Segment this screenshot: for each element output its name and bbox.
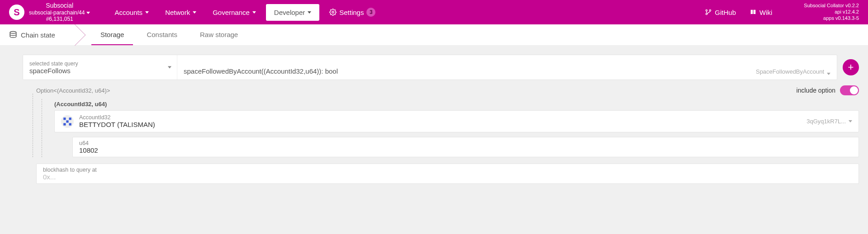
blockhash-label: blockhash to query at [43, 167, 852, 173]
chevron-down-icon [849, 120, 852, 122]
option-header: Option<(AccountId32, u64)> include optio… [36, 84, 859, 97]
u64-type-label: u64 [79, 140, 852, 146]
subtab-storage-label: Storage [100, 31, 124, 38]
link-github-label: GitHub [715, 9, 736, 16]
svg-point-0 [332, 11, 334, 13]
subtab-constants-label: Constants [147, 31, 177, 38]
u64-value: 10802 [79, 146, 852, 154]
account-row: AccountId32 BETTYDOT (TALISMAN) 3qGyq1kR… [61, 114, 852, 128]
link-wiki[interactable]: Wiki [749, 9, 772, 16]
include-option-block: include option [797, 85, 859, 95]
blockhash-input[interactable]: blockhash to query at 0x... [36, 164, 859, 184]
chevron-down-icon [145, 11, 149, 14]
chain-block-number: #6,131,051 [46, 16, 73, 22]
main-nav: Accounts Network Governance Developer Se… [108, 4, 382, 21]
option-tuple-block: (AccountId32, u64) AccountId32 BETTYDOT … [36, 99, 859, 157]
include-option-label: include option [797, 87, 835, 94]
option-type-label: Option<(AccountId32, u64)> [36, 87, 110, 94]
svg-rect-8 [66, 120, 68, 122]
git-branch-icon [705, 9, 712, 16]
nav-governance[interactable]: Governance [206, 6, 262, 19]
query-module-value: spaceFollows [29, 67, 171, 75]
chevron-down-icon [86, 12, 90, 14]
svg-rect-7 [69, 117, 71, 120]
tree-line [33, 94, 33, 157]
account-name: BETTYDOT (TALISMAN) [79, 121, 801, 128]
chevron-down-icon [252, 11, 256, 14]
tuple-type-label: (AccountId32, u64) [54, 99, 859, 110]
account-body: AccountId32 BETTYDOT (TALISMAN) [79, 114, 801, 128]
top-bar: S Subsocial subsocial-parachain/44 #6,13… [0, 0, 868, 24]
version-collator: Subsocial Collator v0.2.2 [804, 3, 859, 9]
query-card: selected state query spaceFollows spaceF… [23, 55, 837, 80]
account-address-block: 3qGyq1kR7L... [806, 118, 852, 125]
tree-line [42, 99, 42, 157]
subtab-root-label: Chain state [21, 31, 55, 39]
subtab-raw-storage[interactable]: Raw storage [191, 24, 247, 45]
chain-parachain: subsocial-parachain/44 [29, 9, 85, 16]
nav-accounts[interactable]: Accounts [108, 6, 155, 19]
query-row: selected state query spaceFollows spaceF… [23, 55, 859, 80]
nav-developer-label: Developer [274, 9, 305, 16]
main-panel: selected state query spaceFollows spaceF… [0, 46, 868, 184]
add-query-button[interactable]: + [843, 59, 859, 75]
query-method-select[interactable]: spaceFollowedByAccount((AccountId32,u64)… [177, 55, 746, 80]
u64-input[interactable]: u64 10802 [72, 137, 859, 157]
nav-developer[interactable]: Developer [266, 4, 319, 21]
query-return-type: SpaceFollowedByAccount [756, 68, 824, 75]
nav-governance-label: Governance [213, 9, 250, 16]
query-return-type-select[interactable]: SpaceFollowedByAccount [746, 55, 837, 80]
query-module-select[interactable]: selected state query spaceFollows [23, 55, 177, 80]
subtab-chain-state[interactable]: Chain state [9, 31, 69, 39]
chain-parachain-row: subsocial-parachain/44 [29, 9, 90, 16]
nav-network-label: Network [165, 9, 190, 16]
svg-point-3 [706, 13, 707, 14]
link-github[interactable]: GitHub [705, 9, 736, 16]
database-icon [9, 31, 17, 39]
query-label: selected state query [29, 61, 171, 67]
version-block: Subsocial Collator v0.2.2 api v12.4.2 ap… [804, 3, 859, 21]
version-apps: apps v0.143.3-5 [804, 15, 859, 22]
version-api: api v12.4.2 [804, 9, 859, 15]
nav-settings[interactable]: Settings 3 [323, 5, 382, 19]
svg-rect-10 [69, 123, 71, 125]
query-method-signature: spaceFollowedByAccount((AccountId32,u64)… [184, 67, 338, 75]
svg-rect-6 [63, 117, 66, 120]
option-block: Option<(AccountId32, u64)> include optio… [23, 84, 859, 157]
svg-point-1 [706, 9, 707, 11]
book-icon [749, 9, 757, 16]
svg-rect-9 [63, 123, 66, 125]
top-right-links: GitHub Wiki Subsocial Collator v0.2.2 ap… [705, 3, 859, 21]
chain-logo[interactable]: S [9, 5, 24, 20]
subtab-raw-storage-label: Raw storage [200, 31, 238, 38]
svg-point-4 [10, 32, 16, 34]
account-select[interactable]: AccountId32 BETTYDOT (TALISMAN) 3qGyq1kR… [54, 110, 859, 132]
subtab-constants[interactable]: Constants [138, 24, 186, 45]
breadcrumb-chevron [73, 24, 87, 46]
account-type-label: AccountId32 [79, 114, 801, 121]
chain-info[interactable]: Subsocial subsocial-parachain/44 #6,131,… [29, 2, 95, 23]
sub-tabs: Chain state Storage Constants Raw storag… [0, 24, 868, 46]
blockhash-placeholder: 0x... [43, 173, 852, 181]
settings-badge: 3 [366, 8, 375, 17]
plus-icon: + [848, 61, 854, 73]
subtab-storage[interactable]: Storage [91, 24, 133, 45]
account-short-address: 3qGyq1kR7L... [806, 118, 846, 125]
gear-icon [329, 9, 337, 16]
chain-name: Subsocial [46, 2, 73, 9]
chevron-down-icon [193, 11, 196, 14]
chevron-down-icon [308, 11, 311, 14]
nav-settings-label: Settings [339, 9, 364, 16]
nav-network[interactable]: Network [159, 6, 203, 19]
svg-point-2 [710, 9, 711, 11]
include-option-toggle[interactable] [840, 85, 859, 95]
link-wiki-label: Wiki [759, 9, 772, 16]
nav-accounts-label: Accounts [114, 9, 142, 16]
identicon [61, 115, 74, 128]
chevron-down-icon [827, 73, 830, 75]
